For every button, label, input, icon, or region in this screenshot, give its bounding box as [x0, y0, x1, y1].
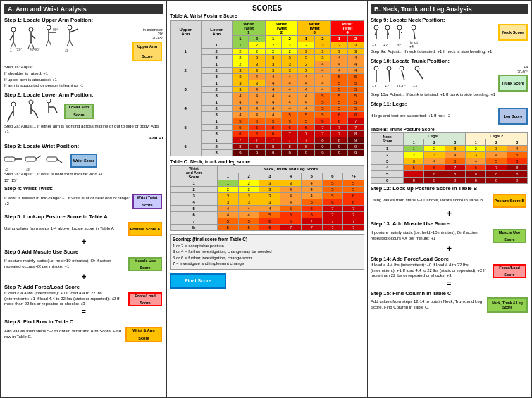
- table-a-cell: 5: [314, 106, 330, 112]
- table-b-cell: 5: [445, 158, 465, 164]
- table-a-cell: 4: [281, 99, 297, 106]
- table-a-cell: 5: [314, 112, 330, 118]
- table-b-cell: 8: [424, 170, 445, 177]
- table-a-cell: 8: [281, 144, 297, 150]
- table-a-cell: 4: [265, 112, 281, 118]
- svg-text:+1: +1: [372, 84, 376, 88]
- upper-arm-cell: 4: [171, 99, 202, 118]
- table-a-cell: 5: [281, 112, 297, 118]
- svg-line-37: [54, 107, 57, 113]
- neck-score-box: Neck Score: [498, 24, 528, 41]
- table-c-cell: 3: [259, 199, 280, 206]
- table-c-cell: 4: [301, 193, 322, 199]
- table-c-cell: 4: [218, 206, 239, 212]
- scoring-title: Scoring: (final score from Table C): [173, 237, 361, 242]
- step8-text: Add values from steps 5-7 to obtain Wris…: [4, 329, 122, 340]
- lower-arm-cell: 2: [201, 106, 232, 112]
- table-a-cell: 4: [281, 93, 297, 99]
- neck-trunk-leg-score-box: Neck, Trunk & Leg Score: [487, 297, 528, 313]
- table-a-cell: 3: [281, 61, 297, 68]
- svg-text:+4: +4: [409, 44, 414, 49]
- table-a-cell: 6: [249, 131, 265, 137]
- table-a-cell: 4: [314, 80, 330, 87]
- table-c-cell: 7: [343, 225, 364, 231]
- table-a-cell: 8: [265, 144, 281, 150]
- svg-text:20°: 20°: [396, 43, 402, 47]
- table-a-cell: 3: [314, 42, 330, 49]
- table-c-row-header: 5: [171, 206, 218, 212]
- table-a-cell: 8: [298, 144, 314, 150]
- table-b-section: Table B: Trunk Posture Score NeckScore L…: [371, 127, 528, 184]
- table-a-cell: 2: [265, 49, 281, 55]
- table-c-cell: 3: [238, 193, 259, 199]
- table-a-cell: 3: [232, 74, 248, 80]
- table-b-cell: 3: [486, 145, 507, 151]
- table-a-cell: 2: [298, 42, 314, 49]
- equals-sign-2: =: [371, 280, 528, 287]
- lower-arm-figures: +2: [4, 99, 61, 123]
- final-score-section: Final Score: [170, 273, 364, 289]
- table-a-cell: 8: [314, 137, 330, 144]
- table-a-cell: 2: [232, 55, 248, 61]
- table-b-title: Table B: Trunk Posture Score: [371, 127, 528, 132]
- svg-point-46: [374, 25, 378, 30]
- table-a-cell: 6: [347, 112, 364, 118]
- table-b-cell: 8: [445, 170, 465, 177]
- table-b-cell: 4: [445, 151, 465, 158]
- table-b-cell: 2: [424, 145, 445, 151]
- right-panel: B. Neck, Trunk and Leg Analysis Step 9: …: [368, 1, 531, 397]
- trunk-score-box: Trunk Score: [498, 75, 528, 92]
- table-a-cell: 2: [249, 42, 265, 49]
- table-c-cell: 6: [280, 218, 302, 225]
- table-c-cell: 6: [343, 193, 364, 199]
- table-c-cell: 7: [301, 218, 322, 225]
- table-a-cell: 5: [314, 99, 330, 106]
- wrist-twist-4-header: WristTwist4: [331, 21, 364, 36]
- table-a-cell: 9: [265, 150, 281, 156]
- table-a-cell: 5: [331, 80, 347, 87]
- table-a-cell: 5: [331, 93, 347, 99]
- right-panel-title: B. Neck, Trunk and Leg Analysis: [371, 4, 528, 14]
- table-c-cell: 7: [322, 225, 343, 231]
- table-a-cell: 2: [232, 61, 248, 68]
- table-a-cell: 8: [232, 144, 248, 150]
- table-b-cell: 5: [486, 158, 507, 164]
- step10a-text: Step 10a: Adjust... If trunk is twisted:…: [371, 92, 528, 98]
- table-a-cell: 7: [314, 125, 330, 131]
- lower-arm-cell: 2: [201, 144, 232, 150]
- table-c-row-header: 7: [171, 218, 218, 225]
- table-a-cell: 4: [314, 61, 330, 68]
- svg-point-68: [400, 66, 404, 70]
- svg-text:90°: 90°: [53, 27, 58, 32]
- table-c-col: 5: [301, 173, 322, 180]
- table-a-cell: 5: [331, 99, 347, 106]
- table-a-cell: 4: [249, 99, 265, 106]
- table-c-cell: 2: [238, 187, 259, 193]
- table-a-cell: 1: [232, 42, 248, 49]
- add-label: Add +1: [4, 136, 163, 140]
- trunk-figures: +1 +2 0-20° +3: [371, 65, 434, 89]
- table-a-cell: 9: [314, 144, 330, 150]
- table-c-col: 2: [238, 173, 259, 180]
- lower-arm-cell: 2: [201, 68, 232, 74]
- table-c-cell: 3: [280, 180, 302, 187]
- scoring-items: 1 or 2 = acceptable posture3 or 4 = furt…: [173, 243, 361, 267]
- table-b-cell: 6: [424, 164, 445, 170]
- svg-rect-41: [25, 157, 36, 161]
- step13-text: If posture mainly static (i.e. held>10 m…: [371, 230, 489, 242]
- svg-text:20°: 20°: [17, 47, 23, 51]
- table-a-cell: 6: [331, 118, 347, 125]
- table-c-cell: 7: [343, 212, 364, 218]
- step3-title: Step 3: Locate Wrist Position:: [4, 143, 163, 149]
- table-a-cell: 5: [232, 118, 248, 125]
- lower-arm-cell: 1: [201, 61, 232, 68]
- table-a-cell: 6: [232, 131, 248, 137]
- table-a-cell: 7: [298, 131, 314, 137]
- table-a-cell: 5: [331, 106, 347, 112]
- table-a-cell: 7: [331, 131, 347, 137]
- svg-text:+3: +3: [25, 168, 30, 171]
- svg-line-3: [11, 42, 13, 49]
- table-c-cell: 4: [218, 212, 239, 218]
- table-a-cell: 7: [265, 137, 281, 144]
- table-a-cell: 3: [265, 61, 281, 68]
